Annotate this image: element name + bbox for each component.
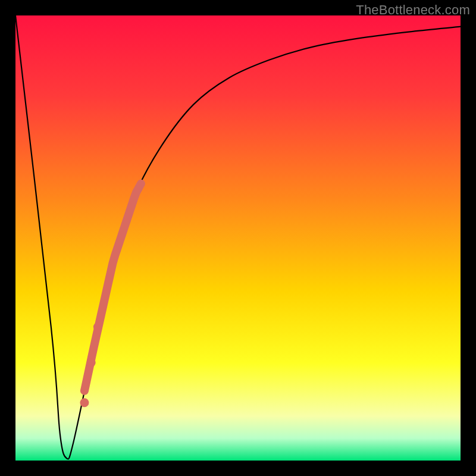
watermark-text: TheBottleneck.com bbox=[356, 2, 470, 18]
curve-marker bbox=[93, 322, 102, 331]
curve-marker bbox=[87, 358, 96, 367]
curve-layer bbox=[15, 15, 461, 461]
curve-marker bbox=[80, 398, 89, 407]
plot-frame bbox=[15, 15, 461, 461]
